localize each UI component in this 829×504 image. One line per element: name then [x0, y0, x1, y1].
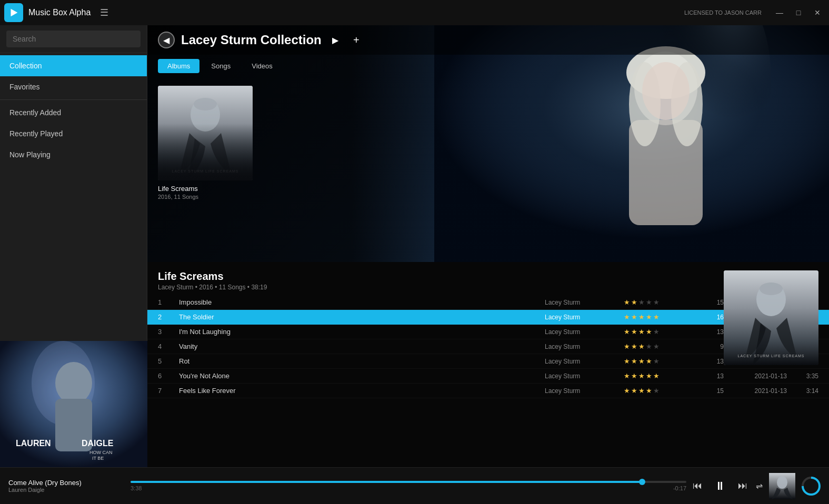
track-name: Feels Like Forever [179, 387, 545, 395]
star-icon: ★ [653, 298, 660, 306]
track-artist: Lacey Sturm [545, 299, 624, 306]
star-icon: ★ [638, 313, 645, 321]
star-icon: ★ [638, 328, 645, 336]
star-icon: ★ [624, 328, 630, 336]
search-container [0, 25, 147, 53]
tab-songs[interactable]: Songs [202, 59, 240, 73]
sidebar-item-recently-played[interactable]: Recently Played [0, 123, 147, 144]
track-artist: Lacey Sturm [545, 314, 624, 321]
player-track-name: Come Alive (Dry Bones) [8, 479, 124, 487]
tracklist-section: Life Screams Lacey Sturm • 2016 • 11 Son… [147, 262, 829, 467]
track-duration: 3:35 [787, 372, 818, 380]
svg-text:LAUREN: LAUREN [16, 439, 51, 448]
current-time: 3:38 [131, 485, 142, 491]
track-duration: 3:14 [787, 387, 818, 395]
track-row[interactable]: 6 You're Not Alone Lacey Sturm ★★★★★ 13 … [147, 369, 829, 384]
track-number: 1 [158, 298, 179, 306]
track-stars: ★★★★★ [624, 387, 697, 395]
remaining-time: -0:17 [673, 485, 686, 491]
tracklist-meta: Lacey Sturm • 2016 • 11 Songs • 38:19 [158, 284, 818, 291]
star-icon: ★ [646, 298, 652, 306]
search-input[interactable] [6, 31, 141, 47]
page-header: ◀ Lacey Sturm Collection ▶ + [147, 25, 829, 55]
star-icon: ★ [653, 387, 660, 395]
track-name: I'm Not Laughing [179, 328, 545, 336]
license-text: LICENSED TO JASON CARR [684, 9, 762, 16]
sidebar-item-collection[interactable]: Collection [0, 55, 147, 76]
album-grid: LACEY STURM LIFE SCREAMS Life Screams 20… [147, 77, 829, 262]
album-name: Life Screams [158, 185, 253, 193]
svg-text:LACEY STURM  LIFE SCREAMS: LACEY STURM LIFE SCREAMS [738, 354, 805, 358]
album-card-life-screams[interactable]: LACEY STURM LIFE SCREAMS Life Screams 20… [158, 86, 253, 254]
star-icon: ★ [631, 328, 637, 336]
track-artist: Lacey Sturm [545, 328, 624, 336]
track-plays: 13 [697, 358, 724, 365]
player-track-info: Come Alive (Dry Bones) Lauren Daigle [8, 479, 124, 493]
star-icon: ★ [624, 298, 630, 306]
tab-albums[interactable]: Albums [158, 59, 199, 73]
star-icon: ★ [638, 298, 645, 306]
star-icon: ★ [646, 328, 652, 336]
track-date: 2021-01-13 [724, 387, 787, 395]
hamburger-icon[interactable]: ☰ [100, 7, 108, 18]
star-icon: ★ [638, 387, 645, 395]
title-bar-left: Music Box Alpha ☰ [4, 3, 108, 22]
star-icon: ★ [653, 313, 660, 321]
title-bar-right: LICENSED TO JASON CARR — □ ✕ [684, 5, 825, 20]
track-name: The Soldier [179, 313, 545, 321]
sidebar-album-art: LAUREN DAIGLE HOW CAN IT BE [0, 341, 147, 467]
star-icon: ★ [631, 313, 637, 321]
track-artist: Lacey Sturm [545, 387, 624, 395]
track-stars: ★★★★★ [624, 328, 697, 336]
star-icon: ★ [624, 313, 630, 321]
star-icon: ★ [631, 372, 637, 380]
close-button[interactable]: ✕ [810, 5, 825, 20]
svg-text:DAIGLE: DAIGLE [82, 439, 114, 448]
star-icon: ★ [631, 298, 637, 306]
star-icon: ★ [646, 372, 652, 380]
star-icon: ★ [638, 372, 645, 380]
star-icon: ★ [624, 357, 630, 365]
back-button[interactable]: ◀ [158, 32, 175, 48]
svg-text:IT BE: IT BE [92, 456, 104, 461]
minimize-button[interactable]: — [772, 5, 787, 20]
svg-marker-0 [11, 9, 18, 17]
sidebar-item-now-playing[interactable]: Now Playing [0, 144, 147, 165]
tab-videos[interactable]: Videos [242, 59, 282, 73]
track-plays: 15 [697, 299, 724, 306]
progress-thumb [639, 479, 645, 485]
mini-album-corner: LACEY STURM LIFE SCREAMS [724, 270, 818, 365]
maximize-button[interactable]: □ [791, 5, 806, 20]
track-row[interactable]: 7 Feels Like Forever Lacey Sturm ★★★★★ 1… [147, 384, 829, 398]
pause-button[interactable]: ⏸ [711, 477, 730, 496]
next-button[interactable]: ⏭ [738, 480, 747, 491]
track-number: 2 [158, 313, 179, 321]
sidebar-item-favorites[interactable]: Favorites [0, 76, 147, 97]
volume-knob[interactable] [802, 477, 821, 496]
sidebar: Collection Favorites Recently Added Rece… [0, 25, 147, 467]
progress-bar[interactable] [131, 481, 686, 483]
track-number: 4 [158, 342, 179, 350]
sidebar-item-recently-added[interactable]: Recently Added [0, 102, 147, 123]
content-area: ◀ Lacey Sturm Collection ▶ + Albums Song… [147, 25, 829, 467]
tabs-bar: Albums Songs Videos [147, 55, 829, 77]
track-plays: 13 [697, 328, 724, 336]
shuffle-button[interactable]: ⇌ [756, 481, 763, 491]
star-icon: ★ [638, 342, 645, 350]
collection-play-button[interactable]: ▶ [328, 33, 343, 47]
star-icon: ★ [624, 342, 630, 350]
collection-add-button[interactable]: + [349, 33, 364, 47]
track-name: Impossible [179, 298, 545, 306]
track-stars: ★★★★★ [624, 357, 697, 365]
star-icon: ★ [646, 357, 652, 365]
progress-times: 3:38 -0:17 [131, 485, 686, 491]
mini-album-art [769, 473, 795, 499]
star-icon: ★ [646, 387, 652, 395]
star-icon: ★ [646, 313, 652, 321]
album-cover: LACEY STURM LIFE SCREAMS [158, 86, 253, 180]
track-stars: ★★★★★ [624, 313, 697, 321]
prev-button[interactable]: ⏮ [693, 480, 702, 491]
star-icon: ★ [631, 357, 637, 365]
svg-point-26 [760, 283, 783, 295]
back-icon: ◀ [163, 35, 169, 45]
